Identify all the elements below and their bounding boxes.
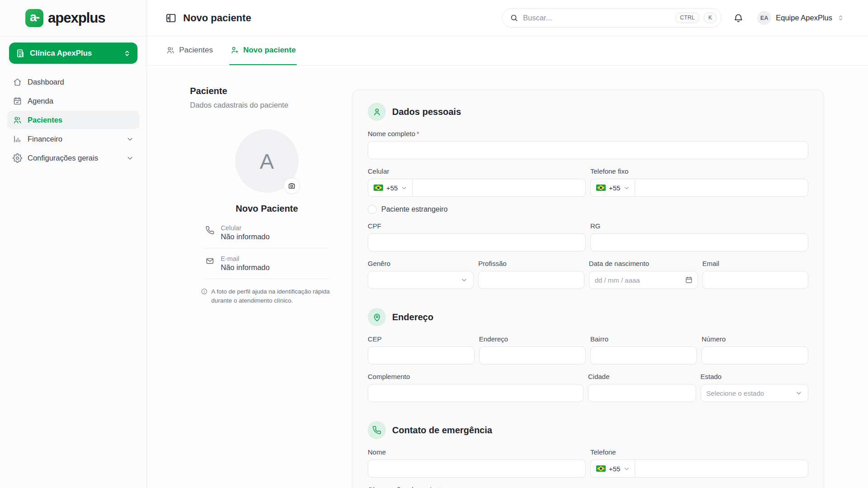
row-endereco-2: Complemento Cidade Estado Selecione o es…	[368, 373, 808, 402]
field-bairro: Bairro	[590, 335, 697, 365]
sidebar-nav: Dashboard Agenda Pacientes	[0, 68, 147, 171]
users-icon	[13, 115, 22, 125]
rg-input[interactable]	[590, 233, 808, 251]
field-label: Observações do paciente	[368, 486, 808, 488]
row-documentos: CPF RG	[368, 222, 808, 251]
cpf-input[interactable]	[368, 233, 586, 251]
contact-label: Celular	[221, 224, 270, 232]
photo-hint: A foto de perfil ajuda na identificação …	[201, 287, 333, 305]
cidade-input[interactable]	[588, 384, 696, 402]
sidebar-item-dashboard[interactable]: Dashboard	[7, 73, 139, 91]
field-complemento: Complemento	[368, 373, 583, 402]
dial-code-selector[interactable]: +55	[591, 179, 635, 196]
dial-code-selector[interactable]: +55	[591, 460, 635, 477]
paciente-estrangeiro-radio[interactable]	[368, 205, 377, 214]
emergencia-nome-input[interactable]	[368, 460, 586, 478]
select-placeholder: Selecione o estado	[707, 389, 764, 397]
field-emergencia-telefone: Telefone +55	[590, 448, 808, 478]
field-label: Número	[702, 335, 808, 343]
email-input[interactable]	[702, 271, 808, 289]
chevron-down-icon	[623, 185, 630, 191]
user-menu[interactable]: EA Equipe ApexPlus	[757, 11, 844, 25]
sidebar-item-pacientes[interactable]: Pacientes	[7, 111, 139, 129]
numero-input[interactable]	[702, 346, 808, 365]
patient-summary-panel: Paciente Dados cadastrais do paciente A …	[190, 86, 344, 488]
field-cep: CEP	[368, 335, 474, 365]
field-label: Bairro	[590, 335, 697, 343]
cep-input[interactable]	[368, 346, 474, 365]
sidebar-divider	[0, 36, 147, 37]
main-area: Novo paciente CTRL K EA Equipe ApexPlus	[147, 0, 868, 488]
content: Paciente Dados cadastrais do paciente A …	[147, 66, 868, 488]
field-genero: Genêro	[368, 260, 474, 289]
field-label: Telefone fixo	[590, 167, 808, 175]
field-emergencia-nome: Nome	[368, 448, 586, 478]
global-search[interactable]: CTRL K	[502, 8, 721, 28]
shortcut-key-ctrl: CTRL	[675, 13, 699, 23]
sidebar-item-label: Configurações gerais	[28, 154, 121, 162]
tab-label: Novo paciente	[243, 46, 296, 55]
field-profissao: Profissão	[478, 260, 584, 289]
gear-icon	[13, 153, 22, 163]
bairro-input[interactable]	[590, 346, 697, 365]
user-name: Equipe ApexPlus	[776, 14, 832, 22]
calendar-icon[interactable]	[685, 276, 693, 284]
field-label: RG	[590, 222, 808, 230]
dial-code-selector[interactable]: +55	[368, 179, 413, 196]
home-icon	[13, 77, 22, 87]
chevron-down-icon	[460, 276, 468, 284]
row-endereco-1: CEP Endereço Bairro Número	[368, 335, 808, 365]
data-nascimento-input[interactable]	[595, 276, 685, 284]
brand-logo-icon: a-	[25, 9, 43, 27]
genero-select[interactable]	[368, 271, 474, 289]
sidebar-item-financeiro[interactable]: Financeiro	[7, 130, 139, 148]
photo-hint-text: A foto de perfil ajuda na identificação …	[211, 287, 333, 305]
field-rg: RG	[590, 222, 808, 251]
field-label: Nome completo*	[368, 130, 808, 137]
tab-novo-paciente[interactable]: Novo paciente	[229, 36, 297, 65]
field-label: Celular	[368, 167, 586, 175]
page-title: Novo paciente	[183, 12, 251, 24]
sidebar-item-label: Pacientes	[28, 116, 134, 124]
emergencia-telefone-input[interactable]	[635, 460, 808, 477]
patient-name: Novo Paciente	[190, 204, 344, 214]
upload-photo-button[interactable]	[284, 178, 300, 194]
patient-avatar-wrap: A	[235, 129, 299, 193]
brand-logo: a- apexplus	[0, 0, 147, 36]
field-numero: Número	[702, 335, 808, 365]
field-label: Profissão	[478, 260, 584, 267]
tab-pacientes[interactable]: Pacientes	[165, 36, 214, 65]
endereco-input[interactable]	[479, 346, 586, 365]
field-nome-completo: Nome completo*	[368, 130, 808, 159]
complemento-input[interactable]	[368, 384, 583, 402]
contact-label: E-mail	[221, 255, 270, 262]
sidebar-item-label: Financeiro	[28, 135, 121, 143]
clinic-selector-button[interactable]: Clínica ApexPlus	[9, 43, 138, 64]
field-cpf: CPF	[368, 222, 586, 251]
celular-input[interactable]	[413, 179, 585, 196]
sidebar-item-label: Agenda	[28, 97, 134, 105]
sidebar-collapse-button[interactable]	[165, 12, 177, 24]
section-title: Dados pessoais	[392, 107, 461, 117]
required-asterisk: *	[417, 130, 419, 137]
sidebar: a- apexplus Clínica ApexPlus	[0, 0, 147, 488]
search-input[interactable]	[523, 14, 671, 22]
estado-select[interactable]: Selecione o estado	[701, 384, 809, 402]
field-label: Complemento	[368, 373, 583, 380]
sidebar-item-agenda[interactable]: Agenda	[7, 92, 139, 110]
field-data-nascimento: Data de nascimento	[589, 260, 698, 289]
info-icon	[201, 287, 208, 305]
notifications-bell-icon[interactable]	[733, 13, 744, 23]
emergencia-phone-group: +55	[590, 460, 808, 478]
field-label: Endereço	[479, 335, 586, 343]
contact-value: Não informado	[221, 232, 270, 241]
profissao-input[interactable]	[478, 271, 584, 289]
nome-completo-input[interactable]	[368, 141, 808, 159]
calendar-icon	[13, 96, 22, 106]
building-icon	[15, 48, 25, 58]
field-telefone-fixo: Telefone fixo +55	[590, 167, 808, 197]
user-avatar: EA	[757, 11, 771, 25]
telefone-fixo-input[interactable]	[635, 179, 808, 196]
field-observacoes: Observações do paciente	[368, 486, 808, 488]
sidebar-item-configuracoes[interactable]: Configurações gerais	[7, 149, 139, 167]
